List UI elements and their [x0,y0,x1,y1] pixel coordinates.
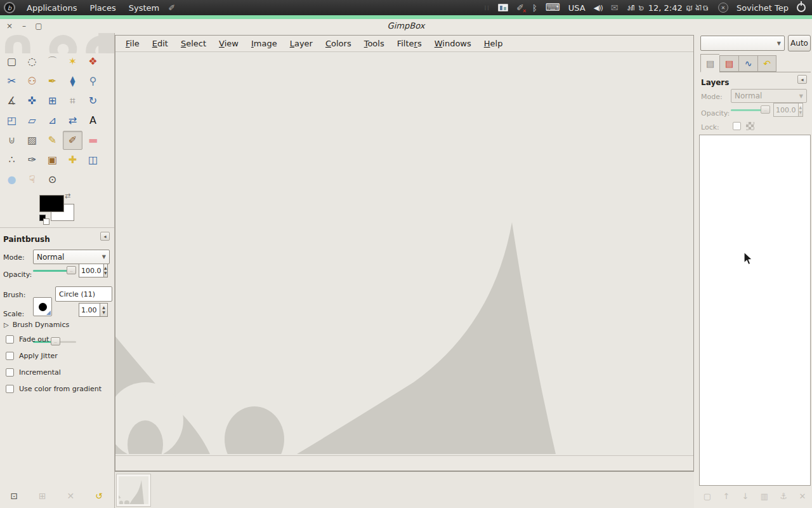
menu-windows[interactable]: Windows [428,37,478,50]
clock[interactable]: អា ៦ 12, 2:42 ល្ងាច [626,3,709,13]
fade-out-option[interactable]: Fade out [0,333,113,345]
tool-blend[interactable]: ▨ [22,131,42,150]
foreground-color-swatch[interactable] [39,195,64,212]
reset-tool-options-button[interactable]: ↺ [91,488,107,504]
tool-select-by-color[interactable]: ❖ [83,52,103,71]
tool-rotate[interactable]: ↻ [83,91,103,110]
menu-help[interactable]: Help [478,37,509,50]
tab-paths[interactable]: ∿ [738,55,757,72]
menu-tools[interactable]: Tools [358,37,391,50]
save-tool-options-button[interactable]: ⊡ [6,488,22,504]
menu-edit[interactable]: Edit [146,37,174,50]
panel-menu-places[interactable]: Places [83,1,122,15]
tool-heal[interactable]: ✚ [63,150,82,170]
tool-shear[interactable]: ▱ [22,111,42,130]
incremental-option-checkbox[interactable] [6,368,14,377]
menu-image[interactable]: Image [245,37,284,50]
menu-layer[interactable]: Layer [284,37,319,50]
canvas[interactable] [115,52,693,455]
user-status-icon[interactable]: ✕ [718,3,728,13]
auto-follow-button[interactable]: Auto [788,35,811,51]
user-menu[interactable]: Sovichet Tep [737,3,789,13]
minimize-window-icon[interactable]: – [20,22,29,30]
image-thumbnail[interactable] [116,474,151,507]
panel-menu-applications[interactable]: Applications [20,1,83,15]
tool-scissors-select[interactable]: ✂ [2,72,22,91]
menu-select[interactable]: Select [174,37,213,50]
brush-name-entry[interactable]: Circle (11) [55,286,112,302]
tool-scale[interactable]: ◰ [2,111,22,130]
tool-ink[interactable]: ✑ [22,150,42,170]
wilber-header-graphic[interactable] [0,33,114,53]
image-selection-combo[interactable]: ▼ [700,36,785,51]
menu-view[interactable]: View [213,37,245,50]
tab-channels[interactable]: ▤ [719,55,738,72]
brush-launcher-icon[interactable]: ✐ [168,4,175,12]
tool-flip[interactable]: ⇄ [63,111,82,130]
tab-undo-history[interactable]: ↶ [757,55,776,72]
use-color-from-gradient-option[interactable]: Use color from gradient [0,382,113,395]
scale-spinbox[interactable]: 1.00 ▲▼ [79,303,108,317]
tool-blur-sharpen[interactable]: ● [2,170,22,189]
incremental-option[interactable]: Incremental [0,366,113,378]
mail-icon[interactable]: ✉ [611,3,619,12]
apply-jitter-option-checkbox[interactable] [6,352,14,360]
swap-colors-icon[interactable]: ⇄ [65,192,70,200]
spinner-arrows-icon[interactable]: ▲▼ [100,303,108,317]
tool-clone[interactable]: ▣ [43,150,62,170]
tool-measure[interactable]: ∡ [2,91,22,110]
tool-foreground-select[interactable]: ⚇ [22,72,42,91]
tool-zoom[interactable]: ⚲ [83,72,103,91]
brush-dynamics-expander[interactable]: ▷ Brush Dynamics [4,321,69,329]
tool-paintbrush[interactable]: ✐ [63,131,82,150]
scale-value[interactable]: 1.00 [79,303,100,317]
menu-colors[interactable]: Colors [319,37,358,50]
tool-perspective-clone[interactable]: ◫ [83,150,103,170]
tool-color-picker[interactable]: ⧫ [63,72,82,91]
tool-dodge-burn[interactable]: ⊙ [43,170,62,189]
power-icon[interactable] [797,3,806,12]
layers-list[interactable] [699,135,811,486]
menu-file[interactable]: File [119,37,146,50]
tab-layers[interactable]: ▤ [700,54,719,72]
spinner-arrows-icon[interactable]: ▲▼ [103,264,108,277]
brush-status-tray-icon[interactable]: ✐✕ [516,3,524,13]
opacity-spinbox[interactable]: 100.0 ▲▼ [79,264,108,277]
menu-filters[interactable]: Filters [391,37,428,50]
maximize-window-icon[interactable]: ▢ [34,22,43,30]
tool-smudge[interactable]: ☟ [22,170,42,189]
distro-logo-icon[interactable]: b [4,2,15,13]
panel-menu-system[interactable]: System [122,1,166,15]
bluetooth-icon[interactable]: ᛒ [532,4,537,12]
mode-combo[interactable]: Normal ▼ [33,250,110,264]
tool-fuzzy-select[interactable]: ✶ [63,52,82,71]
tool-text[interactable]: A [83,111,103,130]
tool-crop[interactable]: ⌗ [63,91,82,110]
slider-handle[interactable]: ‥ [67,266,76,274]
collapse-layers-icon[interactable]: ◂ [797,75,807,84]
tool-airbrush[interactable]: ∴ [2,150,22,170]
tool-align[interactable]: ⊞ [43,91,62,110]
fade-out-option-checkbox[interactable] [6,335,14,344]
close-window-icon[interactable]: × [5,22,14,30]
keyboard-layout-icon[interactable]: ⌨ [546,3,560,13]
tool-rectangle-select[interactable]: ▢ [2,52,22,71]
default-colors-icon[interactable] [39,215,51,225]
collapse-tool-options-icon[interactable]: ◂ [100,232,110,241]
tool-move[interactable]: ✜ [22,91,42,110]
window-titlebar[interactable]: GimpBox × – ▢ [0,19,812,33]
keyboard-layout-label[interactable]: USA [568,3,586,13]
tool-perspective[interactable]: ⊿ [43,111,62,130]
tool-ellipse-select[interactable]: ◌ [22,52,42,71]
input-method-tray-icon[interactable] [498,4,508,11]
tool-eraser[interactable]: ▬ [83,131,103,150]
tool-pencil[interactable]: ✎ [43,131,62,150]
apply-jitter-option[interactable]: Apply Jitter [0,349,113,362]
tool-bucket-fill[interactable]: ⊍ [2,131,22,150]
opacity-slider[interactable]: ‥ [33,264,76,277]
tool-free-select[interactable]: ⌒ [43,52,62,71]
brush-preview-button[interactable] [33,297,52,316]
volume-icon[interactable]: ◀)) [594,4,603,11]
use-color-from-gradient-option-checkbox[interactable] [6,385,14,393]
opacity-value[interactable]: 100.0 [79,264,103,277]
